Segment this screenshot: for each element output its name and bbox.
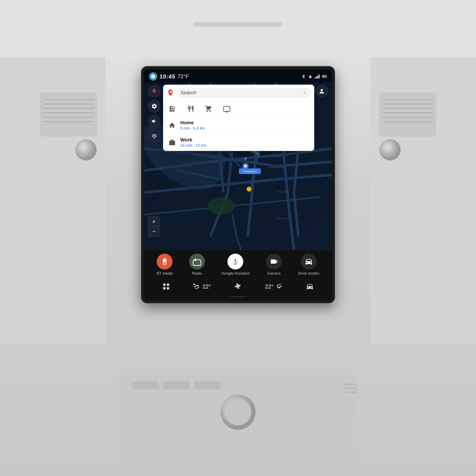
svg-rect-48 (235, 264, 236, 264)
car-button[interactable] (306, 283, 314, 290)
car-interior: 10:45 72°F (0, 0, 476, 476)
work-destination[interactable]: Work 16 min · 12 km (163, 134, 314, 151)
svg-rect-7 (43, 108, 94, 109)
camera-label: Camera (267, 271, 281, 276)
svg-rect-1 (194, 22, 282, 26)
bluetooth-icon (302, 74, 306, 79)
svg-rect-22 (163, 381, 189, 389)
status-temperature: 72°F (178, 73, 189, 80)
camera-button[interactable]: Camera (266, 254, 282, 276)
svg-point-18 (75, 139, 97, 160)
settings-button[interactable] (148, 100, 160, 112)
microphone-button[interactable] (148, 85, 160, 97)
signal-bars (315, 74, 320, 78)
google-assistant-button[interactable]: Google Assistant (221, 254, 250, 276)
status-right: 4G (302, 74, 327, 79)
app-bar: BT media Radio (144, 250, 332, 279)
category-row (163, 101, 314, 117)
settings-icon (151, 103, 157, 109)
svg-rect-12 (382, 99, 433, 100)
home-destination[interactable]: Home 9 min · 6.4 km (163, 117, 314, 134)
android-auto-icon (149, 72, 157, 81)
home-icon (168, 121, 177, 130)
svg-point-19 (379, 139, 401, 160)
work-info: Work 16 min · 12 km (180, 137, 310, 148)
navigation-button[interactable] (148, 130, 160, 142)
map-area[interactable]: Hisingsbron Södra Hamngatan Gullbergsvas… (144, 83, 332, 250)
svg-rect-14 (382, 108, 433, 109)
left-temp: 22° (202, 283, 211, 290)
search-panel[interactable]: Search (163, 85, 314, 151)
svg-point-25 (225, 399, 251, 425)
svg-point-50 (237, 286, 239, 287)
screen-category[interactable] (222, 104, 232, 114)
svg-rect-6 (43, 103, 94, 104)
svg-rect-10 (43, 121, 94, 122)
svg-rect-13 (382, 103, 433, 104)
profile-button[interactable] (316, 85, 328, 97)
zoom-in-button[interactable]: + (148, 216, 160, 226)
svg-rect-17 (382, 121, 433, 122)
status-left: 10:45 72°F (149, 72, 189, 81)
seat-heat-right-button[interactable]: 22° (265, 283, 283, 290)
bt-media-icon (157, 254, 172, 270)
screen-housing: 10:45 72°F (141, 66, 335, 303)
location-icon (308, 74, 312, 79)
work-icon (168, 138, 177, 147)
drive-modes-button[interactable]: Drive modes (298, 254, 319, 276)
radio-label: Radio (192, 271, 202, 276)
navigation-icon (151, 133, 157, 139)
seat-heat-right-icon (275, 283, 283, 290)
grid-button[interactable] (162, 283, 170, 290)
svg-rect-5 (43, 99, 94, 100)
svg-rect-21 (132, 381, 159, 389)
svg-rect-9 (43, 117, 94, 118)
home-meta: 9 min · 6.4 km (180, 126, 310, 131)
fan-button[interactable] (234, 283, 242, 290)
work-label: Work (180, 137, 310, 143)
gas-station-category[interactable] (168, 104, 178, 114)
microphone-icon (151, 88, 157, 94)
google-assistant-icon (227, 254, 243, 270)
svg-rect-15 (382, 112, 433, 113)
zoom-out-button[interactable]: − (148, 226, 160, 237)
status-icons: 4G (302, 74, 327, 79)
svg-rect-0 (0, 0, 476, 57)
main-screen: 10:45 72°F (144, 69, 332, 300)
svg-rect-27 (344, 387, 357, 389)
work-meta: 16 min · 12 km (180, 143, 310, 148)
volume-icon (151, 118, 157, 124)
drive-modes-icon (301, 254, 317, 270)
svg-point-44 (170, 91, 171, 93)
volume-button[interactable] (148, 115, 160, 127)
climate-bar: 22° 22° (144, 279, 332, 293)
shopping-category[interactable] (204, 104, 214, 114)
status-time: 10:45 (160, 73, 175, 80)
bt-media-label: BT media (157, 271, 172, 276)
handle-line (229, 296, 247, 297)
svg-rect-49 (234, 264, 237, 265)
home-info: Home 9 min · 6.4 km (180, 120, 310, 131)
zoom-controls: + − (148, 216, 160, 237)
bottom-handle (144, 293, 332, 300)
svg-rect-23 (194, 381, 220, 389)
radio-icon (189, 254, 205, 270)
search-text: Search (181, 90, 302, 96)
svg-rect-8 (43, 112, 94, 113)
seat-heat-left-button[interactable]: 22° (193, 283, 211, 290)
drive-modes-label: Drive modes (298, 271, 319, 276)
radio-button[interactable]: Radio (189, 254, 205, 276)
right-temp: 22° (265, 283, 273, 290)
search-input-area[interactable]: Search (177, 88, 311, 98)
status-bar: 10:45 72°F (144, 69, 332, 83)
left-sidebar (148, 85, 160, 142)
profile-icon (318, 88, 325, 95)
home-label: Home (180, 120, 310, 126)
seat-heat-left-icon (193, 283, 201, 290)
svg-rect-16 (382, 117, 433, 118)
svg-rect-47 (235, 259, 236, 261)
google-maps-icon (167, 89, 174, 97)
svg-rect-28 (344, 391, 357, 393)
bt-media-button[interactable]: BT media (157, 254, 172, 276)
restaurant-category[interactable] (186, 104, 196, 114)
